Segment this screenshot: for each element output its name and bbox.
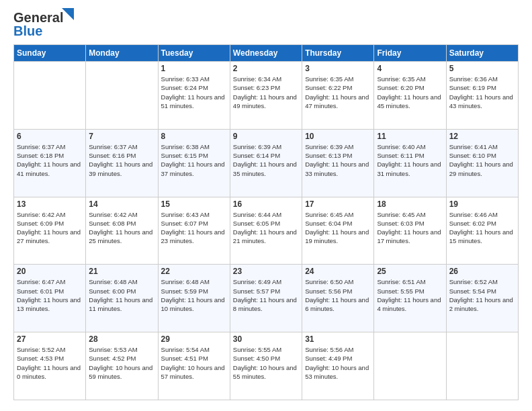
week-row-1: 1Sunrise: 6:33 AM Sunset: 6:24 PM Daylig… <box>14 62 519 130</box>
calendar-cell <box>374 332 446 400</box>
col-header-wednesday: Wednesday <box>230 45 302 62</box>
week-row-3: 13Sunrise: 6:42 AM Sunset: 6:09 PM Dayli… <box>14 197 519 265</box>
day-number: 28 <box>89 334 154 344</box>
logo-general: General <box>13 11 63 24</box>
day-number: 12 <box>449 132 515 141</box>
calendar-cell: 27Sunrise: 5:52 AM Sunset: 4:53 PM Dayli… <box>14 332 86 400</box>
day-info: Sunrise: 5:52 AM Sunset: 4:53 PM Dayligh… <box>17 345 83 381</box>
calendar-cell: 5Sunrise: 6:36 AM Sunset: 6:19 PM Daylig… <box>446 62 518 130</box>
day-info: Sunrise: 6:48 AM Sunset: 6:00 PM Dayligh… <box>89 277 154 313</box>
day-info: Sunrise: 6:47 AM Sunset: 6:01 PM Dayligh… <box>17 277 83 313</box>
day-number: 2 <box>233 64 299 73</box>
day-info: Sunrise: 5:56 AM Sunset: 4:49 PM Dayligh… <box>305 345 371 381</box>
day-number: 30 <box>233 334 299 344</box>
calendar-cell <box>14 62 86 130</box>
day-number: 27 <box>17 334 83 344</box>
day-number: 9 <box>233 132 299 141</box>
day-info: Sunrise: 6:33 AM Sunset: 6:24 PM Dayligh… <box>161 75 227 110</box>
day-number: 19 <box>449 199 515 209</box>
calendar-cell: 7Sunrise: 6:37 AM Sunset: 6:16 PM Daylig… <box>86 129 158 197</box>
day-number: 13 <box>17 199 83 209</box>
day-number: 8 <box>161 132 227 141</box>
calendar-cell: 11Sunrise: 6:40 AM Sunset: 6:11 PM Dayli… <box>374 129 446 197</box>
calendar-cell: 21Sunrise: 6:48 AM Sunset: 6:00 PM Dayli… <box>86 265 158 332</box>
day-info: Sunrise: 6:45 AM Sunset: 6:04 PM Dayligh… <box>305 210 371 246</box>
calendar-cell: 17Sunrise: 6:45 AM Sunset: 6:04 PM Dayli… <box>302 197 374 265</box>
calendar-cell: 22Sunrise: 6:48 AM Sunset: 5:59 PM Dayli… <box>158 265 230 332</box>
col-header-saturday: Saturday <box>446 45 518 62</box>
day-info: Sunrise: 6:39 AM Sunset: 6:14 PM Dayligh… <box>233 142 299 178</box>
day-number: 1 <box>161 64 227 73</box>
calendar-cell: 12Sunrise: 6:41 AM Sunset: 6:10 PM Dayli… <box>446 129 518 197</box>
calendar-cell: 1Sunrise: 6:33 AM Sunset: 6:24 PM Daylig… <box>158 62 230 130</box>
calendar-cell: 4Sunrise: 6:35 AM Sunset: 6:20 PM Daylig… <box>374 62 446 130</box>
logo-container: GeneralBlue <box>13 11 74 38</box>
calendar-cell <box>86 62 158 130</box>
calendar-page: GeneralBlue SundayMondayTuesdayWednesday… <box>0 0 532 411</box>
day-number: 23 <box>233 267 299 276</box>
week-row-5: 27Sunrise: 5:52 AM Sunset: 4:53 PM Dayli… <box>14 332 519 400</box>
day-number: 24 <box>305 267 371 276</box>
day-number: 4 <box>377 64 443 73</box>
day-number: 14 <box>89 199 154 209</box>
day-info: Sunrise: 6:43 AM Sunset: 6:07 PM Dayligh… <box>161 210 227 246</box>
calendar-cell: 15Sunrise: 6:43 AM Sunset: 6:07 PM Dayli… <box>158 197 230 265</box>
col-header-tuesday: Tuesday <box>158 45 230 62</box>
week-row-2: 6Sunrise: 6:37 AM Sunset: 6:18 PM Daylig… <box>14 129 519 197</box>
calendar-cell: 26Sunrise: 6:52 AM Sunset: 5:54 PM Dayli… <box>446 265 518 332</box>
day-info: Sunrise: 6:35 AM Sunset: 6:22 PM Dayligh… <box>305 75 371 110</box>
calendar-cell: 19Sunrise: 6:46 AM Sunset: 6:02 PM Dayli… <box>446 197 518 265</box>
day-number: 6 <box>17 132 83 141</box>
calendar-cell: 23Sunrise: 6:49 AM Sunset: 5:57 PM Dayli… <box>230 265 302 332</box>
logo-text: GeneralBlue <box>13 11 63 38</box>
day-info: Sunrise: 6:46 AM Sunset: 6:02 PM Dayligh… <box>449 210 515 246</box>
calendar-header-row: SundayMondayTuesdayWednesdayThursdayFrid… <box>14 45 519 62</box>
day-info: Sunrise: 6:40 AM Sunset: 6:11 PM Dayligh… <box>377 142 443 178</box>
calendar-cell: 16Sunrise: 6:44 AM Sunset: 6:05 PM Dayli… <box>230 197 302 265</box>
calendar-cell: 18Sunrise: 6:45 AM Sunset: 6:03 PM Dayli… <box>374 197 446 265</box>
day-number: 29 <box>161 334 227 344</box>
col-header-friday: Friday <box>374 45 446 62</box>
day-info: Sunrise: 6:52 AM Sunset: 5:54 PM Dayligh… <box>449 277 515 313</box>
calendar-cell: 25Sunrise: 6:51 AM Sunset: 5:55 PM Dayli… <box>374 265 446 332</box>
col-header-monday: Monday <box>86 45 158 62</box>
header: GeneralBlue <box>13 11 519 38</box>
day-info: Sunrise: 5:54 AM Sunset: 4:51 PM Dayligh… <box>161 345 227 381</box>
day-number: 7 <box>89 132 154 141</box>
calendar-cell <box>446 332 518 400</box>
day-info: Sunrise: 6:44 AM Sunset: 6:05 PM Dayligh… <box>233 210 299 246</box>
logo-blue: Blue <box>13 24 63 38</box>
calendar-cell: 20Sunrise: 6:47 AM Sunset: 6:01 PM Dayli… <box>14 265 86 332</box>
calendar-cell: 2Sunrise: 6:34 AM Sunset: 6:23 PM Daylig… <box>230 62 302 130</box>
logo: GeneralBlue <box>13 11 74 38</box>
calendar-cell: 9Sunrise: 6:39 AM Sunset: 6:14 PM Daylig… <box>230 129 302 197</box>
col-header-sunday: Sunday <box>14 45 86 62</box>
day-info: Sunrise: 6:49 AM Sunset: 5:57 PM Dayligh… <box>233 277 299 313</box>
day-number: 17 <box>305 199 371 209</box>
day-info: Sunrise: 5:55 AM Sunset: 4:50 PM Dayligh… <box>233 345 299 381</box>
day-number: 5 <box>449 64 515 73</box>
day-number: 31 <box>305 334 371 344</box>
day-info: Sunrise: 6:50 AM Sunset: 5:56 PM Dayligh… <box>305 277 371 313</box>
day-number: 21 <box>89 267 154 276</box>
day-number: 26 <box>449 267 515 276</box>
calendar-cell: 28Sunrise: 5:53 AM Sunset: 4:52 PM Dayli… <box>86 332 158 400</box>
day-number: 3 <box>305 64 371 73</box>
day-info: Sunrise: 6:42 AM Sunset: 6:08 PM Dayligh… <box>89 210 154 246</box>
day-number: 16 <box>233 199 299 209</box>
day-info: Sunrise: 5:53 AM Sunset: 4:52 PM Dayligh… <box>89 345 154 381</box>
calendar-cell: 30Sunrise: 5:55 AM Sunset: 4:50 PM Dayli… <box>230 332 302 400</box>
day-info: Sunrise: 6:51 AM Sunset: 5:55 PM Dayligh… <box>377 277 443 313</box>
day-info: Sunrise: 6:36 AM Sunset: 6:19 PM Dayligh… <box>449 75 515 110</box>
day-info: Sunrise: 6:45 AM Sunset: 6:03 PM Dayligh… <box>377 210 443 246</box>
calendar-cell: 3Sunrise: 6:35 AM Sunset: 6:22 PM Daylig… <box>302 62 374 130</box>
calendar-cell: 31Sunrise: 5:56 AM Sunset: 4:49 PM Dayli… <box>302 332 374 400</box>
day-number: 25 <box>377 267 443 276</box>
day-info: Sunrise: 6:34 AM Sunset: 6:23 PM Dayligh… <box>233 75 299 110</box>
calendar-cell: 29Sunrise: 5:54 AM Sunset: 4:51 PM Dayli… <box>158 332 230 400</box>
day-info: Sunrise: 6:39 AM Sunset: 6:13 PM Dayligh… <box>305 142 371 178</box>
col-header-thursday: Thursday <box>302 45 374 62</box>
day-number: 18 <box>377 199 443 209</box>
day-number: 22 <box>161 267 227 276</box>
day-info: Sunrise: 6:37 AM Sunset: 6:18 PM Dayligh… <box>17 142 83 178</box>
